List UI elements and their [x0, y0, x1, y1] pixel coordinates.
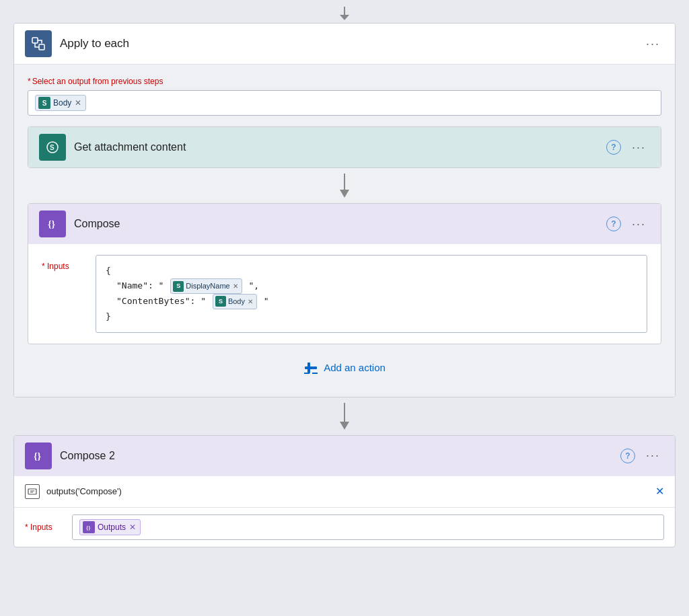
- code-line-name: "Name": " S DisplayName ✕ ",: [106, 278, 637, 294]
- code-line-content: "ContentBytes": " S Body ✕ ": [106, 294, 637, 309]
- add-action-button[interactable]: Add an action: [303, 360, 386, 375]
- body-inline-tag-label: Body: [228, 295, 245, 308]
- compose-card: {} Compose ? ··· * Inputs { "Name": ": [28, 203, 661, 344]
- compose2-icon: {}: [25, 442, 52, 469]
- outputs-tag-close[interactable]: ✕: [129, 523, 136, 532]
- svg-text:{}: {}: [48, 219, 56, 229]
- compose-inputs-row: * Inputs { "Name": " S DisplayName ✕ ",: [42, 255, 647, 333]
- code-line-close: }: [106, 309, 637, 324]
- top-connector: [13, 7, 676, 20]
- svg-rect-16: [28, 489, 36, 494]
- compose2-help[interactable]: ?: [620, 449, 635, 463]
- compose2-inputs-label: * Inputs: [25, 523, 72, 532]
- compose-icon: {}: [39, 210, 66, 237]
- get-attachment-menu[interactable]: ···: [628, 138, 650, 157]
- outputs-tag-label: Outputs: [98, 523, 126, 532]
- compose-body: * Inputs { "Name": " S DisplayName ✕ ",: [28, 244, 661, 344]
- body-tag-icon: S: [38, 97, 50, 109]
- compose2-card: {} Compose 2 ? ··· outputs('Compose') ✕ …: [13, 435, 676, 547]
- apply-each-card: Apply to each ··· *Select an output from…: [13, 23, 676, 397]
- compose2-menu[interactable]: ···: [642, 446, 664, 465]
- compose2-body: outputs('Compose') ✕ * Inputs {} Outputs…: [14, 476, 675, 547]
- display-name-tag-icon: S: [173, 281, 184, 292]
- compose-menu[interactable]: ···: [628, 215, 650, 234]
- svg-rect-3: [39, 44, 44, 50]
- body-inline-tag[interactable]: S Body ✕: [213, 294, 257, 309]
- get-attachment-title: Get attachment content: [74, 141, 606, 153]
- step-arrow-2: [13, 397, 676, 435]
- svg-text:{}: {}: [86, 525, 90, 531]
- body-tag[interactable]: S Body ✕: [35, 95, 86, 111]
- svg-text:{}: {}: [34, 451, 42, 461]
- svg-text:S: S: [50, 144, 55, 151]
- step-arrow-1: [28, 168, 661, 203]
- get-attachment-header: S Get attachment content ? ···: [28, 127, 661, 167]
- outputs-tag-icon: {}: [83, 521, 95, 533]
- apply-each-title: Apply to each: [60, 37, 642, 50]
- apply-each-body: *Select an output from previous steps S …: [14, 65, 675, 397]
- outputs-icon: [25, 484, 40, 499]
- get-attachment-help[interactable]: ?: [606, 140, 621, 155]
- outputs-function-row: outputs('Compose') ✕: [14, 476, 675, 508]
- apply-each-icon: [25, 30, 52, 57]
- display-name-tag-label: DisplayName: [186, 280, 229, 293]
- compose-inputs-label: * Inputs: [42, 255, 96, 271]
- apply-each-header: Apply to each ···: [14, 24, 675, 65]
- get-attachment-icon: S: [39, 134, 66, 161]
- body-inline-tag-icon: S: [215, 296, 226, 307]
- code-line-open: {: [106, 264, 637, 278]
- add-action-container: Add an action: [28, 344, 661, 381]
- body-tag-label: Body: [53, 98, 71, 108]
- compose-header: {} Compose ? ···: [28, 204, 661, 244]
- add-action-label: Add an action: [324, 362, 386, 373]
- compose2-inputs-row: * Inputs {} Outputs ✕: [14, 508, 675, 547]
- compose2-title: Compose 2: [60, 450, 620, 462]
- get-attachment-card: S Get attachment content ? ···: [28, 126, 661, 168]
- compose-title: Compose: [74, 218, 606, 230]
- compose-code-box[interactable]: { "Name": " S DisplayName ✕ ", "ContentB…: [96, 255, 647, 333]
- svg-marker-7: [340, 190, 349, 198]
- compose-help[interactable]: ?: [606, 217, 621, 231]
- apply-each-menu[interactable]: ···: [642, 34, 664, 54]
- svg-marker-1: [340, 15, 349, 20]
- output-input-box[interactable]: S Body ✕: [28, 90, 661, 116]
- svg-marker-14: [340, 422, 349, 430]
- compose2-header: {} Compose 2 ? ···: [14, 436, 675, 476]
- svg-rect-2: [32, 38, 38, 43]
- select-output-label: *Select an output from previous steps: [28, 77, 661, 86]
- svg-rect-10: [307, 362, 310, 373]
- svg-rect-9: [305, 367, 317, 369]
- outputs-function-label: outputs('Compose'): [46, 486, 655, 496]
- body-tag-close[interactable]: ✕: [75, 98, 81, 108]
- display-name-tag-close[interactable]: ✕: [233, 280, 238, 292]
- outputs-function-remove[interactable]: ✕: [655, 485, 664, 498]
- body-inline-tag-close[interactable]: ✕: [248, 296, 253, 307]
- display-name-tag[interactable]: S DisplayName ✕: [170, 278, 242, 294]
- add-action-icon: [303, 360, 318, 375]
- compose2-inputs-field[interactable]: {} Outputs ✕: [72, 514, 664, 540]
- outputs-tag[interactable]: {} Outputs ✕: [79, 519, 141, 535]
